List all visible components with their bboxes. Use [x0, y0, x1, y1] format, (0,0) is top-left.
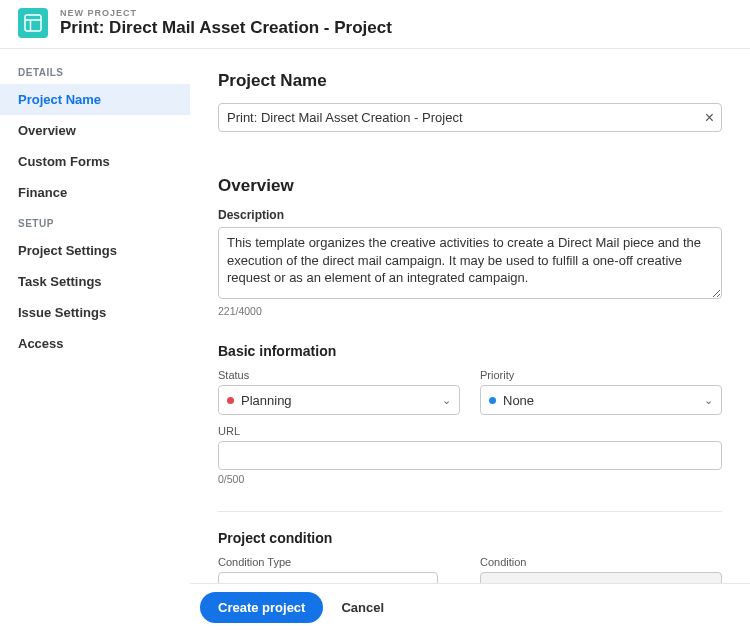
priority-value: None	[503, 393, 534, 408]
description-textarea[interactable]	[218, 227, 722, 299]
sidebar-item-label: Custom Forms	[18, 154, 110, 169]
chevron-down-icon: ⌄	[442, 394, 451, 407]
sidebar-item-project-name[interactable]: Project Name	[0, 84, 190, 115]
sidebar-item-label: Finance	[18, 185, 67, 200]
create-project-button[interactable]: Create project	[200, 592, 323, 623]
sidebar-item-label: Access	[18, 336, 64, 351]
clear-icon[interactable]: ×	[705, 110, 714, 126]
sidebar-item-finance[interactable]: Finance	[0, 177, 190, 208]
description-counter: 221/4000	[218, 305, 722, 317]
sidebar-item-label: Project Settings	[18, 243, 117, 258]
sidebar: DETAILS Project Name Overview Custom For…	[0, 49, 190, 631]
svg-rect-0	[25, 15, 41, 31]
divider	[218, 511, 722, 512]
dialog-footer: Create project Cancel	[190, 583, 750, 631]
url-counter: 0/500	[218, 473, 722, 485]
sidebar-section-details: DETAILS	[0, 57, 190, 84]
sidebar-item-label: Task Settings	[18, 274, 102, 289]
header-subtitle: NEW PROJECT	[60, 8, 392, 18]
condition-label: Condition	[480, 556, 722, 568]
status-label: Status	[218, 369, 460, 381]
sidebar-section-setup: SETUP	[0, 208, 190, 235]
project-name-input[interactable]	[218, 103, 722, 132]
condition-type-label: Condition Type	[218, 556, 460, 568]
main-content[interactable]: Project Name × Overview Description 221/…	[190, 49, 750, 583]
dialog-header: NEW PROJECT Print: Direct Mail Asset Cre…	[0, 0, 750, 48]
header-title: Print: Direct Mail Asset Creation - Proj…	[60, 18, 392, 38]
url-input[interactable]	[218, 441, 722, 470]
condition-type-select[interactable]: Progress Status	[218, 572, 438, 583]
sidebar-item-project-settings[interactable]: Project Settings	[0, 235, 190, 266]
status-dot-icon	[227, 397, 234, 404]
section-basic-info-title: Basic information	[218, 343, 722, 359]
cancel-button[interactable]: Cancel	[341, 600, 384, 615]
project-template-icon	[18, 8, 48, 38]
priority-label: Priority	[480, 369, 722, 381]
sidebar-item-overview[interactable]: Overview	[0, 115, 190, 146]
sidebar-item-task-settings[interactable]: Task Settings	[0, 266, 190, 297]
sidebar-item-label: Overview	[18, 123, 76, 138]
status-value: Planning	[241, 393, 292, 408]
chevron-down-icon: ⌄	[704, 394, 713, 407]
status-select[interactable]: Planning ⌄	[218, 385, 460, 415]
sidebar-item-custom-forms[interactable]: Custom Forms	[0, 146, 190, 177]
sidebar-item-issue-settings[interactable]: Issue Settings	[0, 297, 190, 328]
sidebar-item-access[interactable]: Access	[0, 328, 190, 359]
url-label: URL	[218, 425, 722, 437]
condition-select: On Target ⌄	[480, 572, 722, 583]
section-overview-title: Overview	[218, 176, 722, 196]
sidebar-item-label: Issue Settings	[18, 305, 106, 320]
section-project-condition-title: Project condition	[218, 530, 722, 546]
description-label: Description	[218, 208, 722, 222]
sidebar-item-label: Project Name	[18, 92, 101, 107]
section-project-name-title: Project Name	[218, 71, 722, 91]
priority-dot-icon	[489, 397, 496, 404]
priority-select[interactable]: None ⌄	[480, 385, 722, 415]
